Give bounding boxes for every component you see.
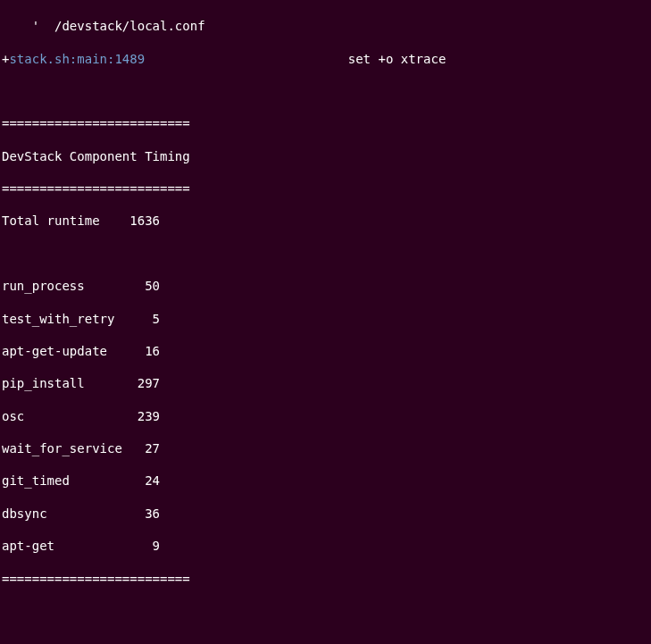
terminal-output[interactable]: ' /devstack/local.conf +stack.sh:main:14… <box>2 2 649 644</box>
blank-line <box>2 635 649 644</box>
timing-run-process: run_process 50 <box>2 278 649 294</box>
timing-apt-update: apt-get-update 16 <box>2 343 649 359</box>
blank-line <box>2 603 649 619</box>
divider-1: ========================= <box>2 115 649 131</box>
timing-osc: osc 239 <box>2 408 649 424</box>
line-conf-path: ' /devstack/local.conf <box>2 18 649 34</box>
timing-test-retry: test_with_retry 5 <box>2 311 649 327</box>
line-stack-trace: +stack.sh:main:1489 set +o xtrace <box>2 51 649 67</box>
timing-header: DevStack Component Timing <box>2 148 649 164</box>
timing-dbsync: dbsync 36 <box>2 506 649 522</box>
timing-pip-install: pip_install 297 <box>2 375 649 391</box>
timing-wait-service: wait_for_service 27 <box>2 440 649 456</box>
total-runtime: Total runtime 1636 <box>2 213 649 229</box>
blank-line <box>2 246 649 262</box>
stack-cmd-text: set +o xtrace <box>145 52 446 66</box>
timing-git-timed: git_timed 24 <box>2 473 649 489</box>
divider-3: ========================= <box>2 571 649 587</box>
divider-2: ========================= <box>2 180 649 197</box>
blank-line <box>2 83 649 99</box>
timing-apt-get: apt-get 9 <box>2 538 649 554</box>
stack-trace-text: stack.sh:main:1489 <box>9 52 145 66</box>
